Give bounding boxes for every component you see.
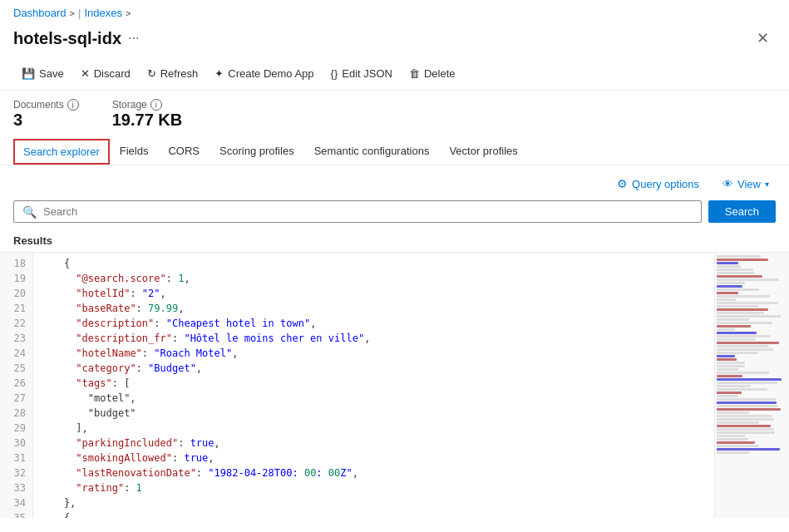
line-number: 19	[7, 271, 26, 286]
page-title-menu[interactable]: ···	[128, 31, 139, 46]
minimap-line	[717, 322, 772, 324]
minimap-line	[717, 352, 758, 354]
line-number: 22	[7, 316, 26, 331]
page-title: hotels-sql-idx	[13, 29, 121, 48]
indexes-link[interactable]: Indexes	[84, 7, 122, 19]
minimap-line	[717, 388, 767, 391]
refresh-button[interactable]: ↻ Refresh	[139, 64, 207, 83]
json-line: ],	[40, 421, 708, 436]
discard-label: Discard	[94, 67, 131, 80]
documents-info-icon[interactable]: i	[67, 99, 79, 111]
minimap-line	[717, 382, 777, 384]
minimap-line	[717, 395, 738, 397]
create-demo-label: Create Demo App	[228, 67, 313, 80]
minimap-line	[717, 448, 780, 451]
breadcrumb: Dashboard > | Indexes >	[0, 0, 789, 22]
tab-vector-profiles[interactable]: Vector profiles	[439, 138, 527, 165]
minimap-line	[717, 408, 781, 411]
breadcrumb-sep2: >	[126, 8, 131, 18]
minimap-line	[717, 425, 771, 427]
minimap-line	[717, 368, 738, 371]
edit-json-button[interactable]: {} Edit JSON	[323, 64, 401, 83]
minimap-line	[717, 295, 770, 298]
view-button[interactable]: 👁 View ▾	[716, 175, 776, 194]
minimap-line	[717, 358, 737, 361]
minimap-line	[717, 332, 757, 334]
tab-semantic-configurations[interactable]: Semantic configurations	[304, 138, 440, 165]
minimap	[714, 253, 789, 518]
dashboard-link[interactable]: Dashboard	[13, 7, 67, 19]
refresh-icon: ↻	[147, 67, 156, 80]
line-number: 32	[7, 466, 26, 480]
chevron-down-icon: ▾	[765, 180, 769, 189]
results-label: Results	[0, 231, 789, 252]
json-line: "parkingIncluded": true,	[40, 436, 708, 451]
json-line: "hotelName": "Roach Motel",	[40, 346, 708, 361]
save-button[interactable]: 💾 Save	[13, 64, 72, 83]
close-button[interactable]: ✕	[750, 26, 776, 51]
minimap-line	[717, 411, 749, 414]
edit-json-icon: {}	[331, 67, 338, 80]
gear-icon: ⚙	[617, 177, 628, 190]
search-button[interactable]: Search	[708, 200, 776, 223]
query-options-label: Query options	[632, 178, 699, 190]
minimap-line	[717, 298, 736, 301]
minimap-line	[717, 285, 742, 288]
minimap-line	[717, 272, 755, 274]
eye-icon: 👁	[722, 178, 733, 190]
tab-scoring-profiles[interactable]: Scoring profiles	[210, 138, 304, 165]
documents-label: Documents i	[13, 99, 79, 111]
minimap-line	[717, 315, 781, 318]
tab-fields[interactable]: Fields	[110, 138, 159, 165]
storage-stat: Storage i 19.77 KB	[112, 99, 183, 130]
storage-info-icon[interactable]: i	[150, 99, 162, 111]
minimap-line	[717, 375, 742, 377]
line-number: 18	[7, 256, 26, 271]
minimap-line	[717, 318, 749, 321]
json-line: {	[40, 510, 708, 518]
search-toolbar: ⚙ Query options 👁 View ▾	[0, 165, 789, 200]
json-line: "hotelId": "2",	[40, 286, 708, 301]
create-demo-button[interactable]: ✦ Create Demo App	[206, 64, 322, 83]
minimap-line	[717, 365, 745, 367]
refresh-label: Refresh	[160, 67, 199, 80]
json-viewer: 181920212223242526272829303132333435 { "…	[0, 252, 789, 518]
minimap-line	[717, 268, 753, 271]
discard-button[interactable]: ✕ Discard	[72, 64, 139, 83]
tabs-bar: Search explorerFieldsCORSScoring profile…	[0, 138, 789, 165]
minimap-line	[717, 415, 772, 417]
search-input-wrap: 🔍	[13, 200, 702, 223]
line-number: 30	[7, 436, 26, 451]
query-options-button[interactable]: ⚙ Query options	[610, 174, 706, 194]
storage-label: Storage i	[112, 99, 183, 111]
minimap-line	[717, 428, 774, 431]
json-line: "description_fr": "Hôtel le moins cher e…	[40, 331, 708, 346]
line-number: 31	[7, 451, 26, 466]
minimap-line	[717, 308, 768, 311]
minimap-line	[717, 378, 782, 381]
minimap-line	[717, 405, 778, 407]
line-number: 28	[7, 406, 26, 421]
search-bar: 🔍 Search	[0, 200, 789, 231]
json-line: "motel",	[40, 391, 708, 406]
minimap-line	[717, 328, 735, 331]
minimap-line	[717, 438, 748, 441]
documents-stat: Documents i 3	[13, 99, 79, 130]
json-line: {	[40, 256, 708, 271]
json-line: "baseRate": 79.99,	[40, 301, 708, 316]
minimap-line	[717, 255, 761, 258]
minimap-line	[717, 292, 738, 294]
tab-cors[interactable]: CORS	[158, 138, 210, 165]
line-number: 26	[7, 376, 26, 391]
tab-search-explorer[interactable]: Search explorer	[13, 139, 110, 165]
view-label: View	[737, 178, 761, 190]
delete-button[interactable]: 🗑 Delete	[401, 64, 464, 83]
documents-value: 3	[13, 111, 79, 130]
search-magnifier-icon: 🔍	[22, 205, 37, 219]
minimap-line	[717, 345, 768, 347]
minimap-line	[717, 421, 759, 424]
search-input[interactable]	[43, 205, 693, 218]
stats-row: Documents i 3 Storage i 19.77 KB	[0, 91, 789, 138]
minimap-line	[717, 441, 755, 444]
minimap-line	[717, 302, 778, 304]
